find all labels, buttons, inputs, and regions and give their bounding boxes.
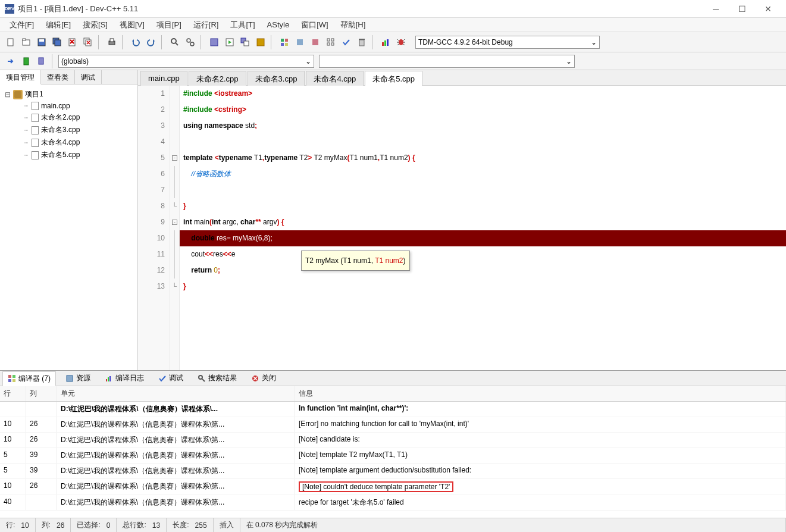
bug-button[interactable] <box>394 35 408 49</box>
toolbar-scope: (globals) ⌄ ⌄ <box>0 52 786 70</box>
clean-button[interactable] <box>355 35 369 49</box>
tab-debug[interactable]: 调试 <box>75 70 102 84</box>
status-selected: 已选择: 0 <box>71 518 117 532</box>
project-tree: ⊟ 项目1 ┈main.cpp ┈未命名2.cpp ┈未命名3.cpp ┈未命名… <box>0 85 137 165</box>
menu-tools[interactable]: 工具[T] <box>224 18 261 32</box>
message-row[interactable]: 539D:\红泥巴\我的课程体系\（信息奥赛）课程体系\第...[Note] t… <box>0 448 786 464</box>
tab-search-results[interactable]: 搜索结果 <box>193 371 242 385</box>
grid-button[interactable] <box>324 35 338 49</box>
code-editor[interactable]: 1234 5678 910✖ 111213 - └ - └ #include <… <box>138 86 786 370</box>
file-tab-active[interactable]: 未命名5.cpp <box>365 71 422 86</box>
tree-file[interactable]: ┈未命名4.cpp <box>2 136 135 149</box>
code-content[interactable]: #include <iostream> #include <cstring> u… <box>180 86 786 370</box>
close-file-button[interactable] <box>65 35 80 49</box>
tab-resources[interactable]: 资源 <box>61 371 95 385</box>
svg-rect-32 <box>382 42 384 46</box>
message-row[interactable]: D:\红泥巴\我的课程体系\（信息奥赛）课程体系\...In function … <box>0 402 786 417</box>
print-button[interactable] <box>105 35 119 49</box>
check-button[interactable] <box>339 35 353 49</box>
tab-project-manager[interactable]: 项目管理 <box>0 70 41 85</box>
scope-select[interactable]: (globals) ⌄ <box>58 55 314 68</box>
tab-debug-panel[interactable]: 调试 <box>154 371 188 385</box>
chart-button[interactable] <box>378 35 393 49</box>
bookmark-button[interactable] <box>19 54 33 68</box>
message-row[interactable]: 1026D:\红泥巴\我的课程体系\（信息奥赛）课程体系\第...[Note] … <box>0 479 786 495</box>
profile-button[interactable] <box>308 35 322 49</box>
tab-compiler[interactable]: 编译器 (7) <box>2 371 56 386</box>
message-row[interactable]: 539D:\红泥巴\我的课程体系\（信息奥赛）课程体系\第...[Note] t… <box>0 464 786 479</box>
svg-rect-25 <box>312 39 318 45</box>
compile-run-button[interactable] <box>238 35 252 49</box>
compiler-select[interactable]: TDM-GCC 4.9.2 64-bit Debug ⌄ <box>415 36 600 49</box>
svg-point-35 <box>399 39 403 45</box>
menu-file[interactable]: 文件[F] <box>4 18 40 32</box>
svg-rect-6 <box>55 40 61 46</box>
svg-point-46 <box>199 375 202 379</box>
redo-button[interactable] <box>144 35 158 49</box>
close-button[interactable]: ✕ <box>755 0 781 18</box>
menu-project[interactable]: 项目[P] <box>151 18 187 32</box>
bottom-panel: 编译器 (7) 资源 编译日志 调试 搜索结果 关闭 行 列 单元 信息 D:\… <box>0 370 786 518</box>
svg-rect-18 <box>244 41 249 46</box>
menu-search[interactable]: 搜索[S] <box>77 18 114 32</box>
file-icon <box>32 139 39 147</box>
project-name: 项目1 <box>25 89 43 99</box>
svg-rect-37 <box>39 58 43 64</box>
menu-view[interactable]: 视图[V] <box>114 18 151 32</box>
svg-point-13 <box>187 39 190 42</box>
member-select[interactable]: ⌄ <box>319 55 575 68</box>
menu-help[interactable]: 帮助[H] <box>334 18 372 32</box>
tab-close[interactable]: 关闭 <box>246 371 281 385</box>
tab-compile-log[interactable]: 编译日志 <box>100 371 149 385</box>
close-all-button[interactable] <box>81 35 95 49</box>
message-row[interactable]: 40D:\红泥巴\我的课程体系\（信息奥赛）课程体系\第...recipe fo… <box>0 495 786 511</box>
menubar: 文件[F] 编辑[E] 搜索[S] 视图[V] 项目[P] 运行[R] 工具[T… <box>0 18 786 32</box>
file-tab[interactable]: main.cpp <box>140 71 187 86</box>
file-tab[interactable]: 未命名2.cpp <box>189 71 246 86</box>
project-root[interactable]: ⊟ 项目1 <box>2 88 135 101</box>
replace-button[interactable] <box>183 35 198 49</box>
file-tab[interactable]: 未命名3.cpp <box>248 71 305 86</box>
new-project-button[interactable] <box>19 35 33 49</box>
line-gutter: 1234 5678 910✖ 111213 <box>138 86 170 370</box>
tree-file[interactable]: ┈main.cpp <box>2 101 135 111</box>
svg-rect-33 <box>384 40 386 46</box>
menu-astyle[interactable]: AStyle <box>261 18 296 31</box>
sidebar-tabs: 项目管理 查看类 调试 <box>0 70 137 85</box>
menu-edit[interactable]: 编辑[E] <box>40 18 77 32</box>
message-row[interactable]: 1026D:\红泥巴\我的课程体系\（信息奥赛）课程体系\第...[Error]… <box>0 417 786 433</box>
status-line: 行: 10 <box>0 518 36 532</box>
statusbar: 行: 10 列: 26 已选择: 0 总行数: 13 长度: 255 插入 在 … <box>0 518 786 532</box>
tree-file[interactable]: ┈未命名3.cpp <box>2 124 135 136</box>
undo-button[interactable] <box>129 35 143 49</box>
svg-rect-19 <box>257 39 264 46</box>
save-button[interactable] <box>35 35 49 49</box>
run-button[interactable] <box>223 35 237 49</box>
svg-rect-43 <box>106 379 107 381</box>
goto-button[interactable] <box>4 54 18 68</box>
debug-button[interactable] <box>277 35 292 49</box>
toolbar-main: TDM-GCC 4.9.2 64-bit Debug ⌄ <box>0 32 786 52</box>
tab-class-browser[interactable]: 查看类 <box>41 70 75 84</box>
stop-debug-button[interactable] <box>293 35 307 49</box>
tree-file[interactable]: ┈未命名2.cpp <box>2 111 135 124</box>
new-file-button[interactable] <box>4 35 18 49</box>
svg-rect-20 <box>281 39 284 42</box>
menu-run[interactable]: 运行[R] <box>187 18 225 32</box>
insert-button[interactable] <box>35 54 49 68</box>
find-button[interactable] <box>168 35 182 49</box>
maximize-button[interactable]: ☐ <box>729 0 755 18</box>
fold-gutter: - └ - └ <box>170 86 180 370</box>
message-row[interactable]: 1026D:\红泥巴\我的课程体系\（信息奥赛）课程体系\第...[Note] … <box>0 433 786 448</box>
tree-file[interactable]: ┈未命名5.cpp <box>2 149 135 161</box>
svg-rect-27 <box>331 39 334 41</box>
svg-rect-26 <box>327 39 330 41</box>
status-col: 列: 26 <box>36 518 71 532</box>
compile-button[interactable] <box>207 35 221 49</box>
minimize-button[interactable]: ─ <box>703 0 729 18</box>
menu-window[interactable]: 窗口[W] <box>295 18 334 32</box>
save-all-button[interactable] <box>50 35 64 49</box>
rebuild-button[interactable] <box>253 35 268 49</box>
svg-rect-42 <box>67 375 73 381</box>
file-tab[interactable]: 未命名4.cpp <box>306 71 364 86</box>
